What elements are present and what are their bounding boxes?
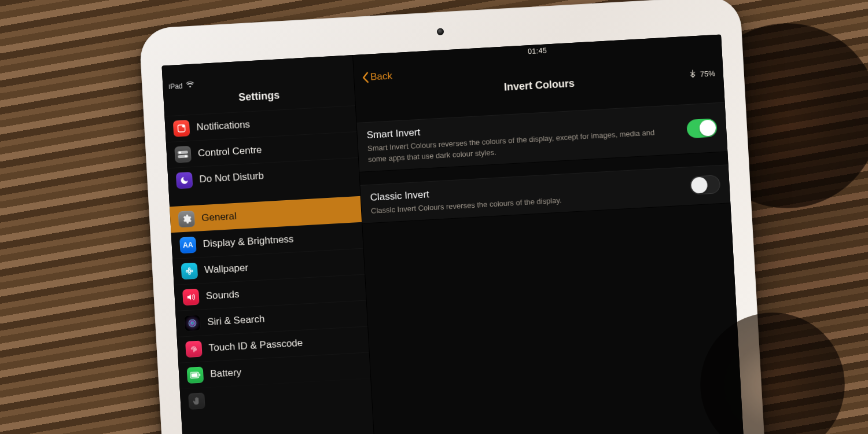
- gear-icon: [178, 211, 196, 228]
- sidebar-item-label: Battery: [210, 367, 242, 380]
- classic-invert-toggle[interactable]: [690, 175, 721, 195]
- detail-header: 01:45 Back Invert Colours 75%: [354, 50, 724, 111]
- svg-point-11: [189, 319, 196, 327]
- speaker-icon: [182, 289, 200, 306]
- svg-point-8: [189, 273, 190, 274]
- ipad-screen: iPad Settings Notifications: [161, 35, 746, 434]
- bluetooth-icon: [690, 69, 696, 79]
- sidebar-list: Notifications Control Centre: [164, 105, 372, 415]
- wifi-icon: [186, 82, 194, 90]
- svg-point-13: [191, 322, 193, 324]
- moon-icon: [176, 172, 193, 189]
- page-title: Invert Colours: [355, 69, 723, 102]
- sidebar-item-label: Display & Brightness: [203, 233, 294, 250]
- status-time: 01:45: [528, 46, 547, 56]
- settings-cells: Smart Invert Smart Invert Colours revers…: [356, 102, 730, 223]
- svg-point-12: [190, 321, 194, 325]
- back-label: Back: [370, 70, 393, 83]
- hand-icon: [188, 392, 205, 410]
- front-camera: [437, 28, 444, 35]
- text-size-icon: AA: [179, 237, 197, 254]
- cell-classic-invert: Classic Invert Classic Invert Colours re…: [361, 164, 731, 223]
- wallpaper-icon: [181, 263, 198, 280]
- device-label: iPad: [168, 82, 183, 91]
- sidebar-item-label: General: [201, 211, 237, 224]
- sidebar-item-label: Control Centre: [197, 144, 262, 159]
- status-bar-right: 75%: [690, 68, 715, 79]
- svg-point-6: [188, 270, 190, 272]
- detail-pane: 01:45 Back Invert Colours 75%: [353, 35, 747, 434]
- battery-percent: 75%: [700, 69, 715, 78]
- siri-icon: [184, 315, 201, 332]
- svg-point-7: [188, 268, 190, 270]
- svg-point-10: [191, 270, 193, 272]
- sidebar-item-label: Touch ID & Passcode: [208, 337, 303, 354]
- cell-smart-invert: Smart Invert Smart Invert Colours revers…: [356, 102, 727, 172]
- svg-rect-16: [199, 374, 200, 377]
- sidebar-item-label: Do Not Disturb: [199, 170, 264, 185]
- notifications-icon: [173, 120, 190, 137]
- chevron-left-icon: [361, 72, 370, 84]
- sidebar-item-label: Sounds: [205, 289, 240, 302]
- sidebar-item-label: Wallpaper: [204, 262, 249, 276]
- fingerprint-icon: [185, 341, 203, 358]
- sidebar-item-label: Notifications: [196, 119, 251, 133]
- desk-background: iPad Settings Notifications: [0, 0, 868, 434]
- settings-sidebar: iPad Settings Notifications: [161, 55, 378, 434]
- smart-invert-toggle[interactable]: [686, 118, 718, 138]
- battery-icon: [187, 366, 204, 384]
- svg-rect-15: [191, 373, 197, 377]
- control-centre-icon: [174, 146, 192, 163]
- svg-point-9: [186, 270, 188, 272]
- ipad-device: iPad Settings Notifications: [139, 0, 770, 434]
- sidebar-item-label: Siri & Search: [207, 313, 265, 328]
- back-button[interactable]: Back: [361, 70, 393, 83]
